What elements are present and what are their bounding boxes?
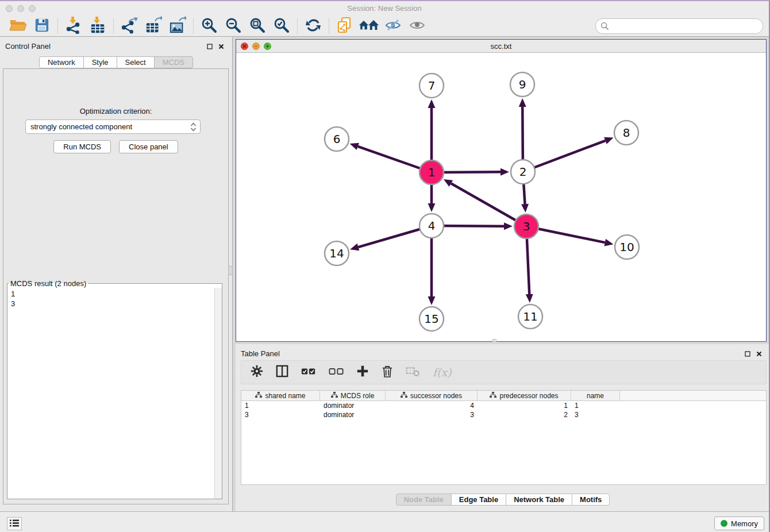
- save-session-button[interactable]: [30, 17, 54, 36]
- node-label: 7: [428, 79, 436, 92]
- column-header-shared-name[interactable]: shared name: [241, 391, 320, 400]
- edge-arrowhead: [428, 296, 436, 305]
- import-table-button[interactable]: [86, 17, 110, 36]
- float-panel-icon[interactable]: [745, 349, 750, 359]
- tab-node-table[interactable]: Node Table: [396, 494, 452, 506]
- function-builder-button: f(x): [433, 366, 452, 379]
- table-settings-button[interactable]: [251, 365, 263, 380]
- node-label: 3: [523, 219, 530, 233]
- show-details-button[interactable]: [405, 17, 429, 36]
- double-home-button[interactable]: [357, 17, 381, 36]
- table-panel-title: Table Panel: [241, 349, 280, 358]
- column-header-mcds-role[interactable]: MCDS role: [320, 391, 386, 400]
- export-network-button[interactable]: [117, 17, 141, 36]
- node-label: 8: [623, 126, 630, 140]
- export-image-button[interactable]: [165, 17, 190, 36]
- export-table-button[interactable]: [141, 17, 165, 36]
- mcds-result-text[interactable]: 1 3: [7, 288, 214, 499]
- gear-icon: [251, 365, 263, 380]
- tab-network[interactable]: Network: [39, 56, 84, 68]
- node-label: 9: [519, 78, 526, 91]
- search-field: [595, 18, 763, 34]
- trash-icon: [382, 365, 393, 380]
- network-window-title: scc.txt: [236, 42, 766, 51]
- list-icon: [10, 519, 19, 529]
- zoom-selected-button[interactable]: [270, 17, 294, 36]
- close-panel-button[interactable]: Close panel: [119, 140, 178, 153]
- export-image-icon: [169, 17, 186, 36]
- column-layout-button[interactable]: [276, 365, 288, 380]
- refresh-icon: [305, 17, 321, 36]
- zoom-in-icon: [201, 17, 217, 36]
- criterion-select[interactable]: strongly connected component: [25, 119, 201, 134]
- status-bar: Memory: [0, 511, 769, 532]
- memory-button[interactable]: Memory: [714, 516, 764, 530]
- edge-arrowhead: [428, 203, 436, 212]
- network-view-window: ✕ − + scc.txt 7968124314101511: [236, 39, 767, 342]
- control-panel-title: Control Panel: [5, 42, 51, 51]
- add-column-button[interactable]: [356, 365, 369, 380]
- result-line: 3: [11, 299, 211, 309]
- zoom-in-button[interactable]: [197, 17, 221, 36]
- import-network-icon: [65, 17, 82, 36]
- import-network-button[interactable]: [61, 17, 86, 36]
- network-graph[interactable]: 7968124314101511: [236, 53, 766, 341]
- edge-arrowhead: [350, 244, 359, 250]
- plus-icon: [356, 365, 369, 380]
- optimization-label: Optimization criterion:: [3, 107, 228, 115]
- table-row[interactable]: 3 dominator 3 2 3: [241, 410, 766, 419]
- search-icon: [600, 22, 609, 33]
- hide-details-button[interactable]: [381, 17, 405, 36]
- node-label: 14: [329, 246, 344, 260]
- panel-splitter-handle[interactable]: [228, 266, 233, 275]
- import-table-icon: [89, 17, 106, 36]
- column-header-successor-nodes[interactable]: successor nodes: [386, 391, 478, 400]
- result-scrollbar[interactable]: [214, 288, 222, 499]
- column-header-predecessor-nodes[interactable]: predecessor nodes: [478, 391, 571, 400]
- close-panel-icon[interactable]: [218, 41, 224, 52]
- search-input[interactable]: [595, 18, 763, 34]
- open-file-button[interactable]: [6, 17, 30, 36]
- edge-arrowhead: [604, 239, 613, 246]
- mcds-panel: Optimization criterion: strongly connect…: [3, 68, 229, 504]
- task-history-button[interactable]: [7, 517, 22, 530]
- refresh-button[interactable]: [301, 17, 325, 36]
- zoom-fit-icon: [249, 17, 265, 36]
- zoom-out-button[interactable]: [221, 17, 245, 36]
- edge-arrowhead: [504, 222, 513, 230]
- mcds-result-box: MCDS result (2 nodes) 1 3: [7, 279, 222, 499]
- net-resize-handle[interactable]: [492, 339, 496, 342]
- deselect-all-columns-button[interactable]: [329, 367, 344, 377]
- table-row[interactable]: 1 dominator 4 1 1: [241, 401, 766, 410]
- documents-share-button[interactable]: [333, 17, 357, 36]
- control-panel: Control Panel Network Style Select MCDS …: [0, 37, 233, 511]
- select-all-columns-button[interactable]: [301, 367, 316, 377]
- tab-network-table[interactable]: Network Table: [506, 494, 572, 506]
- documents-share-icon: [337, 17, 353, 36]
- node-label: 2: [519, 165, 527, 179]
- tree-icon: [401, 392, 407, 400]
- edge-arrowhead: [428, 99, 436, 108]
- tab-edge-table[interactable]: Edge Table: [451, 494, 506, 506]
- close-panel-icon[interactable]: [756, 349, 762, 359]
- tab-style[interactable]: Style: [83, 56, 117, 68]
- edge-2-8[interactable]: [523, 141, 606, 172]
- eye-icon: [409, 19, 425, 34]
- delete-column-button[interactable]: [382, 365, 393, 380]
- column-header-filler: [620, 391, 766, 400]
- tab-select[interactable]: Select: [117, 56, 155, 68]
- tree-icon: [255, 392, 262, 400]
- memory-label: Memory: [731, 519, 758, 528]
- toolbar-separator: [193, 19, 194, 34]
- column-header-name[interactable]: name: [571, 391, 620, 400]
- tree-icon: [490, 392, 496, 400]
- tab-motifs[interactable]: Motifs: [572, 494, 610, 506]
- tab-mcds[interactable]: MCDS: [154, 56, 193, 68]
- run-mcds-button[interactable]: Run MCDS: [53, 140, 111, 153]
- node-label: 1: [428, 165, 436, 179]
- node-table: shared name MCDS role successor nodes pr…: [241, 390, 767, 485]
- main-toolbar: [0, 16, 769, 37]
- edge-3-1[interactable]: [451, 183, 526, 226]
- float-panel-icon[interactable]: [207, 41, 213, 52]
- zoom-fit-button[interactable]: [245, 17, 270, 36]
